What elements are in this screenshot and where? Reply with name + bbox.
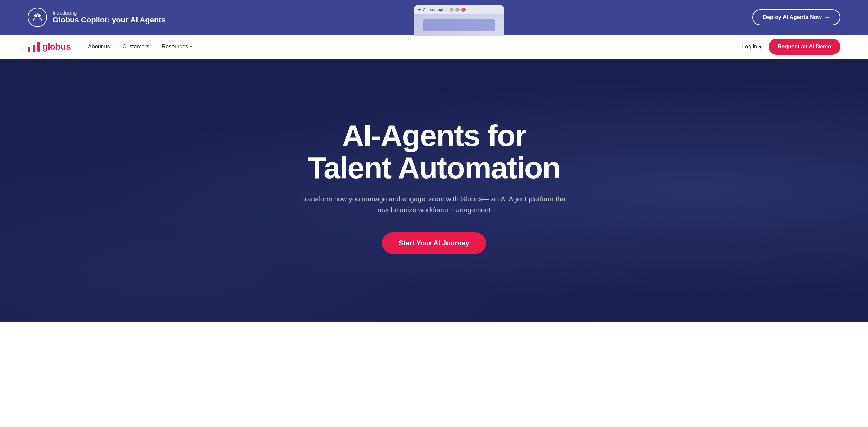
svg-rect-3 [28, 47, 30, 52]
hero-headline-line2: Talent Automation [308, 151, 560, 185]
logo-text: globus [42, 42, 71, 52]
nav-links: About us Customers Resources ▾ [88, 44, 192, 50]
mock-browser-body [414, 14, 504, 36]
banner-product-title: Globus Copilot: your AI Agents [53, 16, 166, 25]
svg-point-0 [34, 14, 37, 17]
banner-text-block: Introducing Globus Copilot: your AI Agen… [53, 10, 166, 25]
banner-icon [28, 8, 47, 27]
mock-browser-title: Globus copilot [423, 8, 447, 12]
deploy-agents-arrow: → [824, 14, 830, 20]
request-demo-button[interactable]: Request an AI Demo [769, 39, 840, 55]
deploy-agents-label: Deploy AI Agents Now [763, 14, 822, 20]
resources-chevron-icon: ▾ [190, 45, 192, 49]
nav-resources-label: Resources [162, 44, 188, 50]
svg-rect-5 [37, 42, 40, 52]
mock-browser-controls: + ↺ × [450, 8, 466, 12]
mock-browser-inner-content [423, 19, 495, 31]
nav-about-label: About us [88, 44, 110, 50]
nav-item-customers[interactable]: Customers [122, 44, 149, 50]
nav-item-about[interactable]: About us [88, 44, 110, 50]
login-chevron-icon: ▾ [759, 44, 762, 50]
demo-button-label: Request an AI Demo [778, 44, 831, 49]
top-banner: Introducing Globus Copilot: your AI Agen… [0, 0, 868, 35]
hero-headline: AI-Agents for Talent Automation [299, 120, 569, 184]
nav-item-resources[interactable]: Resources ▾ [162, 44, 192, 50]
logo[interactable]: globus [28, 42, 71, 52]
svg-point-1 [38, 14, 41, 17]
navbar: globus About us Customers Resources ▾ Lo… [0, 35, 868, 59]
mock-ctrl-close: × [461, 8, 466, 12]
mock-ctrl-refresh: ↺ [455, 8, 460, 12]
banner-left: Introducing Globus Copilot: your AI Agen… [28, 8, 166, 27]
mock-ctrl-plus: + [450, 8, 454, 12]
svg-rect-4 [33, 45, 35, 52]
start-journey-button[interactable]: Start Your AI Journey [382, 232, 486, 254]
mock-browser-bar: ☰ Globus copilot + ↺ × [414, 5, 504, 14]
hero-section: AI-Agents for Talent Automation Transfor… [0, 59, 868, 322]
login-label: Log in [742, 44, 757, 50]
hero-headline-line1: AI-Agents for [342, 118, 526, 153]
hero-content: AI-Agents for Talent Automation Transfor… [299, 120, 569, 254]
login-button[interactable]: Log in ▾ [742, 44, 762, 50]
navbar-right: Log in ▾ Request an AI Demo [742, 39, 840, 55]
start-journey-label: Start Your AI Journey [399, 239, 469, 247]
deploy-agents-button[interactable]: Deploy AI Agents Now → [752, 9, 840, 25]
nav-customers-label: Customers [122, 44, 149, 50]
logo-icon [28, 42, 40, 52]
banner-intro-label: Introducing [53, 10, 166, 16]
hero-subtext: Transform how you manage and engage tale… [299, 193, 569, 216]
navbar-left: globus About us Customers Resources ▾ [28, 42, 192, 52]
mock-browser-preview: ☰ Globus copilot + ↺ × [414, 5, 504, 36]
